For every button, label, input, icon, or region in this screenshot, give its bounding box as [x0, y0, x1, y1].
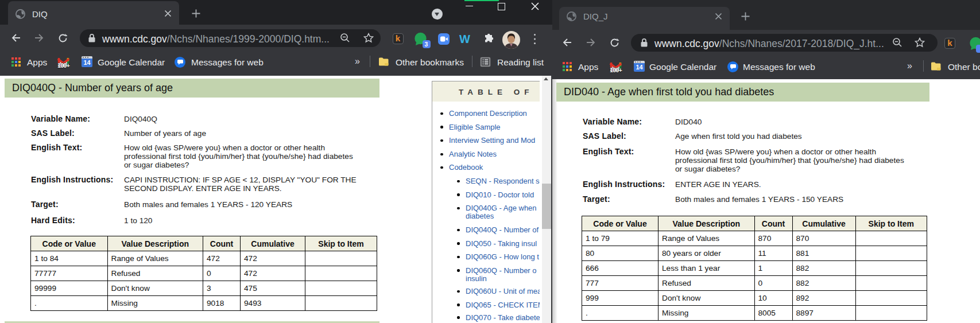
svg-text:100+: 100+ — [610, 67, 622, 73]
svg-text:100+: 100+ — [57, 62, 69, 69]
